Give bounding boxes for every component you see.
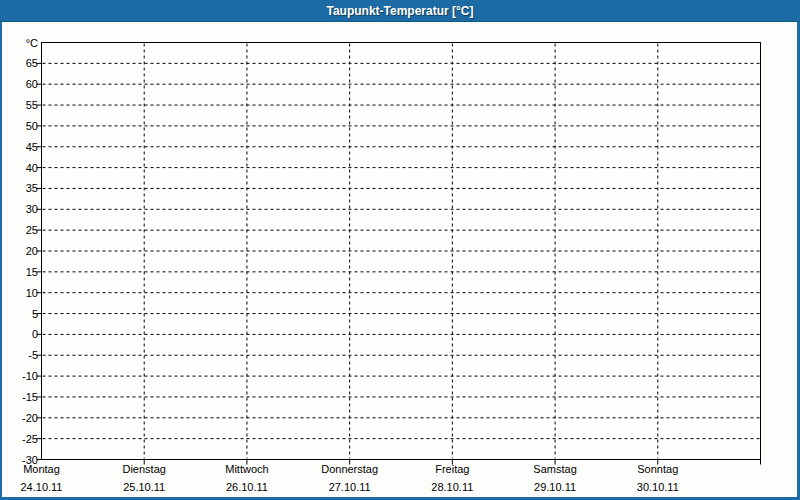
y-axis-unit-label: °C	[10, 37, 38, 49]
y-tick-label: 45	[10, 141, 38, 153]
y-tick-label: -20	[10, 412, 38, 424]
x-date-label: 24.10.11	[0, 481, 90, 493]
y-tick-label: 40	[10, 162, 38, 174]
y-tick-label: -15	[10, 391, 38, 403]
x-date-label: 29.10.11	[507, 481, 603, 493]
y-tick-label: -25	[10, 433, 38, 445]
x-weekday-label: Sonntag	[610, 463, 706, 475]
y-tick-label: 15	[10, 266, 38, 278]
chart-title: Taupunkt-Temperatur [°C]	[326, 4, 473, 18]
y-tick-label: 35	[10, 182, 38, 194]
y-tick-label: 20	[10, 245, 38, 257]
y-tick-label: 30	[10, 203, 38, 215]
plot-border	[42, 43, 761, 460]
y-tick-label: -5	[10, 349, 38, 361]
y-tick-label: 60	[10, 78, 38, 90]
y-tick-label: 50	[10, 120, 38, 132]
x-date-label: 30.10.11	[610, 481, 706, 493]
x-weekday-label: Donnerstag	[302, 463, 398, 475]
x-weekday-label: Samstag	[507, 463, 603, 475]
y-tick-label: 5	[10, 308, 38, 320]
y-tick-label: 55	[10, 99, 38, 111]
x-date-label: 27.10.11	[302, 481, 398, 493]
x-date-label: 25.10.11	[96, 481, 192, 493]
x-weekday-label: Mittwoch	[199, 463, 295, 475]
y-tick-label: -10	[10, 370, 38, 382]
x-date-label: 26.10.11	[199, 481, 295, 493]
grid-and-axes	[2, 22, 797, 497]
y-tick-label: 0	[10, 328, 38, 340]
chart-window: Taupunkt-Temperatur [°C] °C 656055504540…	[0, 0, 800, 500]
x-weekday-label: Dienstag	[96, 463, 192, 475]
chart-canvas: °C 65605550454035302520151050-5-10-15-20…	[2, 22, 797, 497]
y-tick-label: 25	[10, 224, 38, 236]
y-tick-label: 10	[10, 287, 38, 299]
y-tick-label: 65	[10, 57, 38, 69]
x-date-label: 28.10.11	[404, 481, 500, 493]
x-weekday-label: Montag	[0, 463, 90, 475]
title-bar: Taupunkt-Temperatur [°C]	[0, 0, 800, 22]
x-weekday-label: Freitag	[404, 463, 500, 475]
